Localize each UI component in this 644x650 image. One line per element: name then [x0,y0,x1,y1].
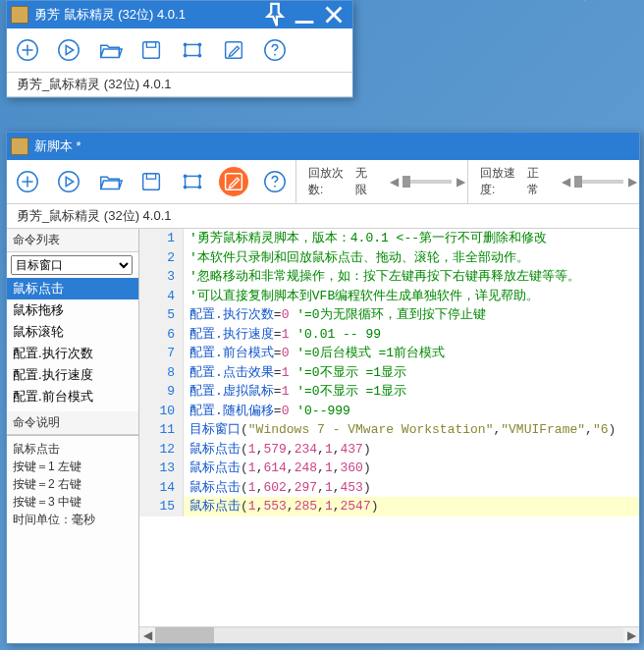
code-line[interactable]: 15鼠标点击(1,553,285,1,2547) [139,497,639,516]
svg-point-18 [184,175,188,179]
code-text: 配置.虚拟鼠标=1 '=0不显示 =1显示 [184,382,639,402]
chevron-right-icon[interactable]: ▶ [454,175,467,189]
svg-point-24 [274,186,276,188]
playback-count-panel: 回放次数: 无限 ◀ ▶ [295,160,467,203]
play-button[interactable] [54,35,83,65]
app-icon [11,137,28,155]
svg-point-7 [198,43,202,47]
edit-button[interactable] [219,35,248,65]
chevron-right-icon[interactable]: ▶ [625,175,639,189]
cmd-item[interactable]: 鼠标滚轮 [7,321,138,343]
code-text: 配置.执行速度=1 '0.01 -- 99 [184,325,639,345]
help-button[interactable] [260,167,290,196]
svg-rect-3 [143,42,160,59]
toolbar [7,160,295,203]
code-line[interactable]: 12鼠标点击(1,579,234,1,437) [139,440,639,460]
window-title: 新脚本 * [34,137,635,155]
playback-count-label: 回放次数: [308,165,351,198]
cmd-item[interactable]: 鼠标拖移 [7,299,138,321]
code-text: '可以直接复制脚本到VFB编程软件生成单独软件，详见帮助。 [184,287,639,306]
code-line[interactable]: 10配置.随机偏移=0 '0--999 [139,402,639,421]
code-text: '忽略移动和非常规操作，如：按下左键再按下右键再释放左键等等。 [184,267,639,287]
line-number: 3 [139,267,184,287]
playback-speed-panel: 回放速度: 正常 ◀ ▶ [467,160,639,203]
svg-point-2 [59,40,79,60]
chevron-left-icon[interactable]: ◀ [387,175,401,189]
cmd-item[interactable]: 配置.执行速度 [7,364,138,386]
scroll-left-icon[interactable]: ◀ [139,627,155,643]
svg-point-6 [184,43,188,47]
open-button[interactable] [95,35,125,65]
desc-header: 命令说明 [7,411,138,435]
cmd-item[interactable]: 配置.执行次数 [7,343,138,364]
target-window-select[interactable]: 目标窗口 [11,255,133,275]
save-button[interactable] [136,167,166,196]
desc-line: 按键＝1 左键 [13,458,133,475]
svg-rect-5 [186,44,200,55]
line-number: 11 [139,420,184,440]
window-script-editor: 新脚本 * 回放次数: [6,132,640,644]
command-list: 鼠标点击鼠标拖移鼠标滚轮配置.执行次数配置.执行速度配置.前台模式 [7,278,138,407]
bounds-button[interactable] [178,35,207,65]
playback-count-value: 无限 [355,165,375,198]
add-button[interactable] [13,35,42,65]
line-number: 7 [139,344,184,363]
code-line[interactable]: 9配置.虚拟鼠标=1 '=0不显示 =1显示 [139,382,639,402]
code-line[interactable]: 7配置.前台模式=0 '=0后台模式 =1前台模式 [139,344,639,363]
svg-point-14 [59,172,79,191]
minimize-button[interactable] [290,4,319,26]
toolbar [7,28,352,73]
code-line[interactable]: 11目标窗口("Windows 7 - VMware Workstation",… [139,420,639,440]
code-line[interactable]: 6配置.执行速度=1 '0.01 -- 99 [139,325,639,345]
code-line[interactable]: 14鼠标点击(1,602,297,1,453) [139,478,639,498]
open-button[interactable] [95,167,125,196]
chevron-left-icon[interactable]: ◀ [559,175,572,189]
code-text: 目标窗口("Windows 7 - VMware Workstation","V… [184,420,639,440]
line-number: 5 [139,305,184,325]
playback-speed-slider[interactable]: ◀ ▶ [559,175,639,189]
command-description: 鼠标点击按键＝1 左键按键＝2 右键按键＝3 中键时间单位：毫秒 [7,435,138,643]
window-mouse-wizard: 勇芳 鼠标精灵 (32位) 4.0.1 [6,0,353,98]
code-line[interactable]: 8配置.点击效果=1 '=0不显示 =1显示 [139,363,639,383]
horizontal-scrollbar[interactable]: ◀ ▶ [139,626,639,643]
playback-count-slider[interactable]: ◀ ▶ [387,175,467,189]
line-number: 14 [139,478,184,498]
code-line[interactable]: 3'忽略移动和非常规操作，如：按下左键再按下右键再释放左键等等。 [139,267,639,287]
line-number: 10 [139,402,184,421]
code-text: 配置.点击效果=1 '=0不显示 =1显示 [184,363,639,383]
playback-speed-value: 正常 [527,165,547,198]
save-button[interactable] [136,35,166,65]
play-button[interactable] [54,167,83,196]
bounds-button[interactable] [178,167,207,196]
code-line[interactable]: 5配置.执行次数=0 '=0为无限循环，直到按下停止键 [139,305,639,325]
pin-button[interactable] [260,4,290,26]
code-line[interactable]: 1'勇芳鼠标精灵脚本，版本：4.0.1 <--第一行不可删除和修改 [139,229,639,248]
window-title: 勇芳 鼠标精灵 (32位) 4.0.1 [34,6,260,24]
close-button[interactable] [319,4,349,26]
cmd-item[interactable]: 配置.前台模式 [7,386,138,407]
code-content[interactable]: 1'勇芳鼠标精灵脚本，版本：4.0.1 <--第一行不可删除和修改2'本软件只录… [139,229,639,626]
sidebar: 命令列表 目标窗口 鼠标点击鼠标拖移鼠标滚轮配置.执行次数配置.执行速度配置.前… [7,229,139,643]
status-text: 勇芳_鼠标精灵 (32位) 4.0.1 [7,73,352,97]
svg-point-9 [198,54,202,58]
code-line[interactable]: 4'可以直接复制脚本到VFB编程软件生成单独软件，详见帮助。 [139,287,639,306]
desc-line: 按键＝2 右键 [13,475,133,493]
add-button[interactable] [13,167,42,196]
titlebar[interactable]: 新脚本 * [7,133,639,160]
line-number: 12 [139,440,184,460]
code-text: 鼠标点击(1,602,297,1,453) [184,478,639,498]
edit-button[interactable] [219,167,248,196]
line-number: 15 [139,497,184,516]
svg-rect-16 [146,174,155,180]
code-line[interactable]: 2'本软件只录制和回放鼠标点击、拖动、滚轮，非全部动作。 [139,248,639,268]
code-line[interactable]: 13鼠标点击(1,614,248,1,360) [139,459,639,478]
scroll-right-icon[interactable]: ▶ [623,627,639,643]
code-text: 鼠标点击(1,553,285,1,2547) [184,497,639,516]
svg-point-12 [274,54,276,56]
cmd-item[interactable]: 鼠标点击 [7,278,138,299]
code-editor: 1'勇芳鼠标精灵脚本，版本：4.0.1 <--第一行不可删除和修改2'本软件只录… [139,229,639,643]
help-button[interactable] [260,35,290,65]
code-text: 配置.随机偏移=0 '0--999 [184,402,639,421]
titlebar[interactable]: 勇芳 鼠标精灵 (32位) 4.0.1 [7,1,352,28]
code-text: '勇芳鼠标精灵脚本，版本：4.0.1 <--第一行不可删除和修改 [184,229,639,248]
